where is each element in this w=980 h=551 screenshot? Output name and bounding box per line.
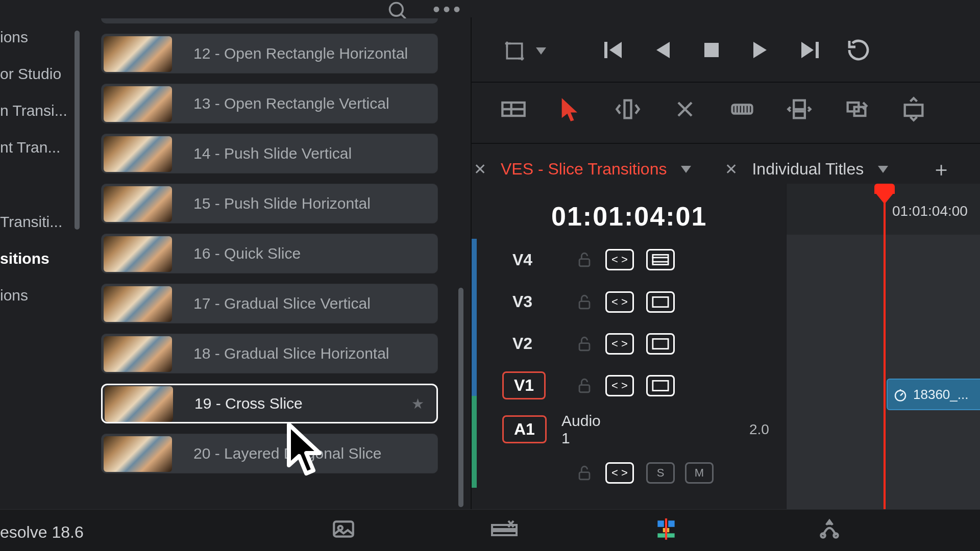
- sidebar-item[interactable]: n Transi...: [0, 102, 67, 119]
- transition-thumb: [104, 286, 172, 322]
- skip-end-icon[interactable]: [797, 38, 822, 62]
- svg-rect-43: [657, 520, 664, 527]
- track-name-destination[interactable]: V1: [502, 371, 546, 399]
- svg-rect-28: [579, 259, 590, 266]
- lock-icon[interactable]: [576, 293, 593, 311]
- audio-track-label: Audio 1: [561, 412, 601, 447]
- sidebar-item[interactable]: ions: [0, 29, 28, 46]
- svg-rect-42: [492, 531, 517, 535]
- chevron-down-icon[interactable]: [878, 166, 888, 173]
- track-name[interactable]: V3: [512, 292, 532, 311]
- overwrite-clip-icon[interactable]: [843, 96, 870, 122]
- lock-icon[interactable]: [576, 251, 593, 268]
- svg-line-26: [900, 393, 903, 396]
- auto-select-button[interactable]: < >: [605, 375, 634, 396]
- auto-select-button[interactable]: < >: [605, 333, 634, 355]
- svg-rect-21: [794, 111, 805, 118]
- transition-row[interactable]: 14 - Push Slide Vertical: [101, 134, 438, 173]
- trim-tool-icon[interactable]: [615, 96, 641, 122]
- timeline-view-icon[interactable]: [500, 96, 527, 122]
- stop-icon[interactable]: [699, 38, 724, 62]
- svg-rect-38: [579, 472, 590, 480]
- lock-icon[interactable]: [576, 464, 593, 482]
- playhead[interactable]: [884, 184, 886, 510]
- transition-row[interactable]: 15 - Push Slide Horizontal: [101, 184, 438, 223]
- video-tracks-stripe: [472, 239, 477, 396]
- blade-tool-icon[interactable]: [729, 96, 755, 122]
- lock-icon[interactable]: [576, 377, 593, 394]
- transition-row[interactable]: 13 - Open Rectangle Vertical: [101, 84, 438, 123]
- auto-select-button[interactable]: < >: [605, 462, 634, 484]
- auto-select-button[interactable]: < >: [605, 291, 634, 313]
- svg-rect-34: [579, 343, 590, 350]
- timecode-display[interactable]: 01:01:04:01: [551, 201, 707, 232]
- transition-row-cut[interactable]: [101, 18, 438, 23]
- clip-name: 18360_...: [913, 387, 968, 403]
- svg-rect-24: [905, 105, 923, 116]
- tab-inactive[interactable]: Individual Titles: [752, 160, 864, 179]
- transition-row[interactable]: 17 - Gradual Slice Vertical: [101, 284, 438, 323]
- list-scrollbar[interactable]: [458, 288, 463, 507]
- tab-add-icon[interactable]: ＋: [931, 155, 951, 183]
- fusion-page-icon[interactable]: [817, 516, 842, 542]
- play-icon[interactable]: [748, 38, 773, 62]
- svg-rect-35: [653, 339, 668, 348]
- track-name[interactable]: V4: [512, 251, 532, 269]
- insert-clip-icon[interactable]: [786, 96, 813, 122]
- cut-page-icon[interactable]: [490, 516, 519, 542]
- tab-active[interactable]: VES - Slice Transitions: [501, 160, 667, 179]
- svg-rect-8: [704, 43, 719, 57]
- track-name-destination[interactable]: A1: [502, 415, 547, 443]
- auto-select-button[interactable]: < >: [605, 249, 634, 270]
- app-version: esolve 18.6: [0, 523, 84, 542]
- sidebar-item-selected[interactable]: sitions: [0, 250, 50, 267]
- ruler-timecode: 01:01:04:00: [892, 203, 968, 219]
- track-enable-button[interactable]: [646, 249, 675, 270]
- loop-icon[interactable]: [846, 38, 871, 62]
- skip-start-icon[interactable]: [601, 38, 626, 62]
- sidebar-item[interactable]: or Studio: [0, 65, 61, 83]
- svg-rect-20: [794, 101, 805, 109]
- transition-row[interactable]: 16 - Quick Slice: [101, 234, 438, 273]
- edit-page-icon[interactable]: [653, 516, 679, 542]
- transition-row[interactable]: 20 - Layered Diagonal Slice: [101, 434, 438, 473]
- tab-close-icon[interactable]: ✕: [725, 160, 738, 178]
- transition-label: 12 - Open Rectangle Horizontal: [193, 34, 408, 73]
- transition-row-selected[interactable]: 19 - Cross Slice ★: [101, 384, 438, 423]
- transition-thumb: [104, 186, 172, 222]
- transition-label: 16 - Quick Slice: [193, 234, 301, 273]
- solo-button[interactable]: S: [646, 462, 675, 484]
- svg-rect-36: [579, 385, 590, 392]
- track-enable-button[interactable]: [646, 333, 675, 355]
- transition-label: 20 - Layered Diagonal Slice: [193, 434, 382, 473]
- transition-thumb: [104, 436, 172, 472]
- mute-button[interactable]: M: [685, 462, 714, 484]
- sidebar-item[interactable]: ions: [0, 287, 28, 304]
- svg-rect-44: [668, 520, 675, 527]
- svg-rect-29: [653, 255, 668, 264]
- timeline-body[interactable]: 18360_...: [786, 184, 980, 510]
- sidebar-scrollbar[interactable]: [75, 31, 80, 230]
- sidebar-item[interactable]: Transiti...: [0, 213, 62, 231]
- transition-row[interactable]: 18 - Gradual Slice Horizontal: [101, 334, 438, 373]
- audio-channels: 2.0: [749, 421, 769, 438]
- track-enable-button[interactable]: [646, 291, 675, 313]
- media-page-icon[interactable]: [331, 516, 356, 542]
- replace-clip-icon[interactable]: [900, 96, 927, 122]
- more-icon[interactable]: •••: [433, 0, 463, 21]
- track-name[interactable]: V2: [512, 334, 532, 353]
- favorite-star-icon[interactable]: ★: [411, 395, 424, 412]
- tab-close-icon[interactable]: ✕: [474, 160, 486, 178]
- transition-row[interactable]: 12 - Open Rectangle Horizontal: [101, 34, 438, 73]
- dynamic-trim-icon[interactable]: [672, 96, 698, 122]
- selection-tool-icon[interactable]: [557, 96, 584, 122]
- transition-thumb: [104, 236, 172, 272]
- track-enable-button[interactable]: [646, 375, 675, 396]
- sidebar-item[interactable]: nt Tran...: [0, 139, 60, 156]
- svg-rect-9: [816, 42, 819, 58]
- lock-icon[interactable]: [576, 335, 593, 353]
- chevron-down-icon[interactable]: [681, 166, 691, 173]
- timeline-clip[interactable]: 18360_...: [887, 379, 980, 410]
- svg-rect-33: [653, 297, 668, 307]
- play-reverse-icon[interactable]: [650, 38, 675, 62]
